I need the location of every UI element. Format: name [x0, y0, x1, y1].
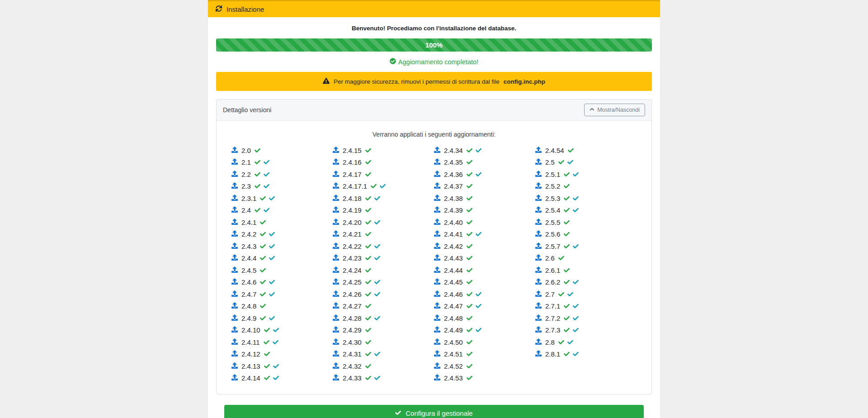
versions-panel-title: Dettaglio versioni: [223, 106, 271, 114]
version-label: 2.4.43: [444, 254, 463, 262]
green-check-icon: [264, 351, 270, 357]
version-label: 2.4.16: [343, 158, 362, 166]
version-checks: [365, 195, 380, 201]
version-label: 2.4.31: [343, 350, 362, 358]
teal-check-icon: [573, 327, 579, 333]
version-checks: [255, 171, 269, 177]
version-label: 2.4.30: [343, 338, 362, 346]
version-checks: [365, 219, 380, 225]
version-label: 2.8: [545, 338, 555, 346]
teal-check-icon: [269, 195, 275, 201]
green-check-icon: [365, 351, 371, 357]
green-check-icon: [255, 207, 260, 213]
version-item: 2.4.15: [333, 144, 434, 157]
green-check-icon: [365, 243, 371, 249]
teal-check-icon: [269, 243, 275, 249]
version-item: 2.4.41: [434, 228, 535, 241]
version-item: 2.4.20: [333, 216, 434, 228]
version-item: 2.4.42: [434, 240, 535, 252]
green-check-icon: [564, 231, 570, 237]
version-checks: [260, 291, 275, 297]
versions-panel-body: Verranno applicati i seguenti aggiorname…: [217, 121, 651, 394]
version-checks: [365, 207, 371, 213]
version-checks: [467, 339, 472, 345]
teal-check-icon: [269, 279, 275, 285]
version-item: 2.6.1: [535, 264, 637, 276]
version-label: 2.4.51: [444, 350, 463, 358]
version-checks: [467, 291, 481, 297]
teal-check-icon: [264, 171, 269, 177]
version-label: 2.3.1: [241, 195, 256, 202]
configure-button[interactable]: Configura il gestionale: [224, 405, 644, 418]
version-item: 2.4.1: [231, 216, 333, 228]
version-label: 2.6: [545, 254, 555, 262]
show-hide-button[interactable]: Mostra/Nascondi: [584, 104, 645, 116]
teal-check-icon: [374, 315, 380, 321]
version-label: 2.4.45: [444, 278, 463, 286]
green-check-icon: [260, 291, 266, 297]
version-checks: [564, 243, 579, 249]
version-item: 2.5.1: [535, 168, 637, 180]
version-checks: [467, 159, 472, 165]
teal-check-icon: [567, 291, 573, 297]
version-item: 2.4.10: [231, 324, 333, 337]
version-checks: [365, 351, 380, 357]
teal-check-icon: [269, 231, 275, 237]
version-item: 2.5.5: [535, 216, 637, 228]
version-label: 2.4.42: [444, 242, 463, 250]
upload-icon: [535, 338, 542, 346]
version-label: 2.4.47: [444, 302, 463, 310]
version-label: 2.4.46: [444, 290, 463, 298]
upload-icon: [434, 290, 440, 298]
upload-icon: [434, 195, 440, 202]
upload-icon: [434, 158, 440, 166]
green-check-icon: [365, 207, 371, 213]
version-checks: [467, 147, 481, 153]
upload-icon: [231, 350, 238, 358]
version-label: 2.4.18: [343, 195, 362, 202]
green-check-icon: [260, 267, 266, 273]
upload-icon: [231, 147, 238, 154]
teal-check-icon: [476, 231, 481, 237]
version-checks: [264, 339, 278, 345]
version-checks: [467, 315, 472, 321]
teal-check-icon: [573, 279, 579, 285]
green-check-icon: [467, 195, 472, 201]
version-label: 2.6.2: [545, 278, 560, 286]
upload-icon: [333, 158, 339, 166]
version-label: 2.1: [241, 158, 251, 166]
green-check-icon: [264, 327, 270, 333]
upload-icon: [434, 374, 440, 382]
version-item: 2.4.12: [231, 348, 333, 361]
version-checks: [564, 195, 579, 201]
versions-subtitle: Verranno applicati i seguenti aggiorname…: [223, 131, 645, 138]
upload-icon: [333, 350, 339, 358]
version-label: 2.4.44: [444, 266, 463, 274]
version-checks: [467, 327, 481, 333]
version-item: 2.4.40: [434, 216, 535, 228]
teal-check-icon: [264, 159, 269, 165]
version-label: 2.4.5: [241, 266, 256, 274]
version-item: 2.4.35: [434, 157, 535, 169]
version-checks: [365, 327, 371, 333]
teal-check-icon: [380, 183, 386, 189]
installer-card: Installazione Benvenuto! Procediamo con …: [208, 0, 660, 418]
teal-check-icon: [573, 303, 579, 309]
green-check-icon: [467, 243, 472, 249]
upload-icon: [535, 326, 542, 334]
version-checks: [365, 303, 371, 309]
version-label: 2.4.22: [343, 242, 362, 250]
installer-header: Installazione: [208, 0, 660, 17]
version-label: 2.4.52: [444, 362, 463, 370]
version-checks: [558, 291, 573, 297]
version-label: 2.4.54: [545, 147, 564, 154]
version-item: 2.8: [535, 336, 637, 348]
version-item: 2.4.47: [434, 300, 535, 313]
status-message: Aggiornamento completato!: [398, 58, 478, 66]
green-check-icon: [365, 315, 371, 321]
green-check-icon: [467, 351, 472, 357]
page-title: Installazione: [226, 5, 264, 13]
progress-label: 100%: [425, 41, 443, 49]
green-check-icon: [467, 327, 472, 333]
version-label: 2.5.7: [545, 242, 560, 250]
